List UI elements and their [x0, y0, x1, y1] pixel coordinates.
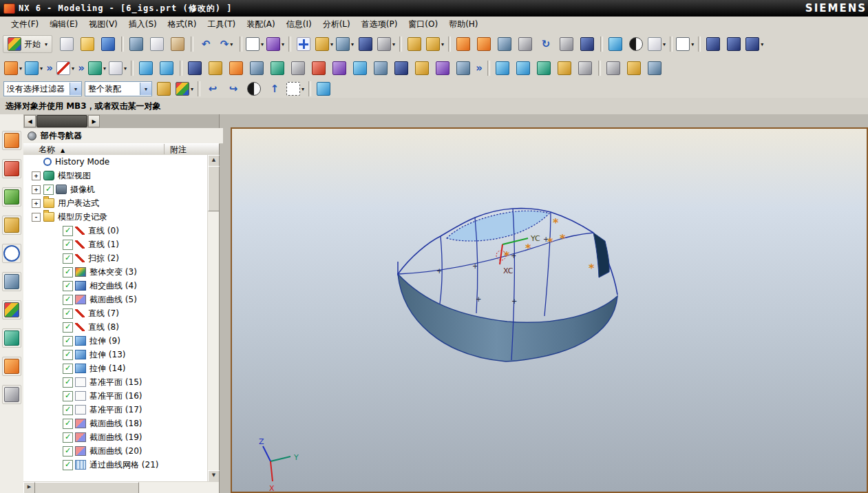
redo-icon[interactable]: ↷ ▾ [217, 34, 236, 54]
visibility-checkbox[interactable] [63, 391, 73, 401]
undo-icon[interactable]: ↶ [196, 34, 215, 54]
tree-item[interactable]: 扫掠 (2) [23, 251, 208, 265]
tree-item[interactable]: + 模型视图 [23, 169, 208, 182]
visibility-checkbox[interactable] [63, 295, 73, 305]
snap-angle-icon[interactable]: ▾ [315, 34, 334, 54]
intersect-icon[interactable] [226, 58, 246, 78]
pan-view-icon[interactable] [557, 34, 576, 54]
tree-item[interactable]: 截面曲线 (19) [23, 430, 208, 444]
four-point-surface-icon[interactable] [350, 58, 370, 78]
tree-item[interactable]: 基准平面 (15) [23, 375, 208, 389]
expand-toggle[interactable]: + [32, 199, 41, 208]
visibility-checkbox[interactable] [63, 460, 73, 470]
visibility-checkbox[interactable] [63, 350, 73, 360]
scroll-up-button[interactable]: ▲ [208, 155, 220, 167]
subtract-icon[interactable] [206, 58, 225, 78]
tree-item[interactable]: History Mode [23, 155, 208, 169]
shaded-cube-icon[interactable] [314, 78, 333, 99]
roles-icon[interactable] [2, 357, 21, 376]
menu-item[interactable]: 文件(F) [6, 17, 44, 32]
wcs-triad[interactable]: YC XC [496, 234, 540, 275]
menu-item[interactable]: 分析(L) [317, 17, 356, 32]
column-header-note[interactable]: 附注 [164, 144, 187, 154]
snap-point-icon[interactable] [154, 78, 173, 99]
select-rectangle-icon[interactable]: ▾ [286, 78, 305, 99]
shaded-view-icon[interactable] [495, 34, 514, 54]
point-constructor-icon[interactable]: ▾ [335, 34, 354, 54]
sketch-icon[interactable]: ▾ [3, 58, 23, 78]
tree-item[interactable]: 相交曲线 (4) [23, 279, 208, 293]
tree-item[interactable]: 拉伸 (9) [23, 334, 208, 348]
scroll-right-button[interactable]: ▶ [23, 482, 35, 493]
visibility-checkbox[interactable] [43, 185, 54, 195]
start-button[interactable]: 开始 ▾ [3, 35, 52, 53]
variable-offset-icon[interactable] [330, 58, 349, 78]
move-up-icon[interactable]: ↑ [265, 78, 284, 99]
visibility-checkbox[interactable] [63, 336, 73, 346]
cascade-window-icon[interactable] [724, 34, 743, 54]
part-navigator-icon[interactable] [2, 187, 21, 207]
expand-toggle[interactable]: + [32, 171, 41, 180]
tree-item[interactable]: 截面曲线 (20) [23, 444, 208, 458]
zoom-window-icon[interactable] [474, 34, 494, 54]
menu-item[interactable]: 插入(S) [123, 17, 162, 32]
view-operations-icon[interactable]: ▾ [266, 34, 285, 54]
copy-icon[interactable] [147, 34, 167, 54]
expand-toggle[interactable]: + [32, 185, 41, 194]
tree-item[interactable]: 拉伸 (14) [23, 361, 208, 375]
tree-item[interactable]: 整体突变 (3) [23, 265, 208, 279]
scrollbar-thumb[interactable] [208, 166, 220, 211]
selection-scope-combo[interactable]: 整个装配 ▾ [85, 81, 152, 96]
horizontal-scrollbar[interactable]: ◀ ▶ [23, 481, 219, 493]
menu-item[interactable]: 装配(A) [241, 17, 281, 32]
swoop-icon[interactable] [371, 58, 390, 78]
rotate-view-icon[interactable]: ↻ [536, 34, 555, 54]
menu-item[interactable]: 信息(I) [281, 17, 317, 32]
menu-item[interactable]: 编辑(E) [44, 17, 83, 32]
dome-icon[interactable] [412, 58, 432, 78]
visibility-checkbox[interactable] [63, 308, 73, 319]
surface-comb-icon[interactable] [514, 58, 533, 78]
visibility-checkbox[interactable] [63, 446, 73, 457]
restore-view-icon[interactable]: ↩ [203, 78, 222, 99]
tab-scroll-left-button[interactable]: ◀ [24, 115, 36, 127]
tree-item[interactable]: 通过曲线网格 (21) [23, 458, 208, 472]
orient-csys-icon[interactable] [294, 34, 313, 54]
side-wall-surface[interactable] [398, 274, 617, 361]
selection-filter-combo[interactable]: 没有选择过滤器 ▾ [3, 81, 82, 96]
extrude-icon[interactable] [136, 58, 156, 78]
point-icon[interactable]: ▾ [87, 58, 107, 78]
measure-distance-icon[interactable] [405, 34, 424, 54]
palettes-icon[interactable] [2, 300, 21, 319]
tree-item[interactable]: + 摄像机 [23, 182, 208, 196]
deviation-gauge-icon[interactable] [575, 58, 595, 78]
visibility-checkbox[interactable] [63, 240, 73, 250]
visibility-checkbox[interactable] [63, 226, 73, 236]
visibility-checkbox[interactable] [63, 267, 73, 277]
dropdown-arrow-icon[interactable]: ▾ [140, 83, 151, 95]
reflection-analysis-icon[interactable] [624, 58, 644, 78]
rectangle-icon[interactable]: ▾ [108, 58, 127, 78]
right-wall-patch[interactable] [593, 233, 609, 277]
menu-item[interactable]: 格式(R) [162, 17, 202, 32]
visibility-checkbox[interactable] [63, 432, 73, 443]
vertical-scrollbar[interactable]: ▲ ▼ [207, 155, 219, 482]
datum-csys-icon[interactable]: ▾ [24, 58, 43, 78]
visibility-checkbox[interactable] [63, 253, 73, 264]
tree-item[interactable]: 拉伸 (13) [23, 348, 208, 361]
render-style-icon[interactable] [626, 34, 646, 54]
system-scenes-icon[interactable] [2, 385, 21, 404]
tree-item[interactable]: + 用户表达式 [23, 196, 208, 210]
visibility-checkbox[interactable] [63, 377, 73, 388]
snap-point-options-icon[interactable]: ▾ [175, 78, 194, 99]
expand-toggle[interactable]: - [32, 213, 41, 222]
visibility-checkbox[interactable] [63, 281, 73, 291]
front-view-icon[interactable] [578, 34, 597, 54]
forward-view-icon[interactable]: ↪ [224, 78, 243, 99]
cut-icon[interactable] [127, 34, 146, 54]
through-curves-icon[interactable] [247, 58, 266, 78]
fit-view-icon[interactable] [454, 34, 473, 54]
constraint-navigator-icon[interactable] [2, 159, 21, 178]
tube-icon[interactable] [288, 58, 308, 78]
open-icon[interactable] [78, 34, 97, 54]
